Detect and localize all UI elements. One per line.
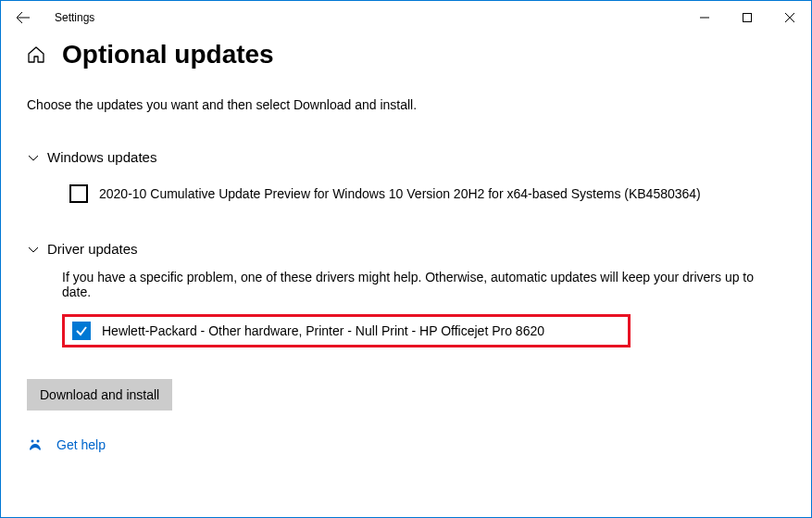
window-controls — [683, 3, 811, 32]
home-icon[interactable] — [27, 45, 45, 64]
close-button[interactable] — [768, 3, 811, 32]
page-header: Optional updates — [27, 40, 785, 69]
help-icon — [27, 436, 44, 453]
intro-text: Choose the updates you want and then sel… — [27, 97, 785, 112]
checkmark-icon — [75, 324, 88, 337]
highlighted-driver-row[interactable]: Hewlett-Packard - Other hardware, Printe… — [62, 314, 631, 347]
driver-updates-section: Driver updates If you have a specific pr… — [27, 241, 785, 347]
windows-updates-header[interactable]: Windows updates — [27, 149, 785, 165]
driver-updates-hint: If you have a specific problem, one of t… — [62, 270, 785, 299]
content-area: Optional updates Choose the updates you … — [1, 34, 811, 453]
minimize-icon — [700, 13, 709, 22]
maximize-icon — [743, 13, 752, 22]
back-button[interactable] — [8, 3, 38, 32]
driver-updates-title: Driver updates — [47, 241, 138, 257]
maximize-button[interactable] — [726, 3, 768, 32]
help-row: Get help — [27, 436, 785, 453]
get-help-link[interactable]: Get help — [56, 437, 106, 452]
list-item[interactable]: 2020-10 Cumulative Update Preview for Wi… — [62, 178, 785, 209]
windows-updates-section: Windows updates 2020-10 Cumulative Updat… — [27, 149, 785, 209]
update-label: 2020-10 Cumulative Update Preview for Wi… — [99, 186, 701, 201]
titlebar: Settings — [1, 1, 811, 34]
svg-point-2 — [37, 440, 40, 443]
chevron-down-icon — [27, 151, 40, 164]
minimize-button[interactable] — [683, 3, 726, 32]
svg-rect-0 — [743, 14, 752, 22]
checkbox-unchecked[interactable] — [69, 184, 88, 203]
app-title: Settings — [55, 11, 94, 24]
driver-updates-header[interactable]: Driver updates — [27, 241, 785, 257]
svg-point-1 — [31, 440, 34, 443]
download-install-button[interactable]: Download and install — [27, 379, 172, 411]
page-title: Optional updates — [62, 40, 274, 69]
update-label: Hewlett-Packard - Other hardware, Printe… — [102, 323, 544, 338]
checkbox-checked[interactable] — [72, 322, 91, 340]
close-icon — [785, 13, 794, 22]
back-arrow-icon — [16, 10, 31, 25]
windows-updates-title: Windows updates — [47, 149, 156, 165]
chevron-down-icon — [27, 243, 40, 256]
